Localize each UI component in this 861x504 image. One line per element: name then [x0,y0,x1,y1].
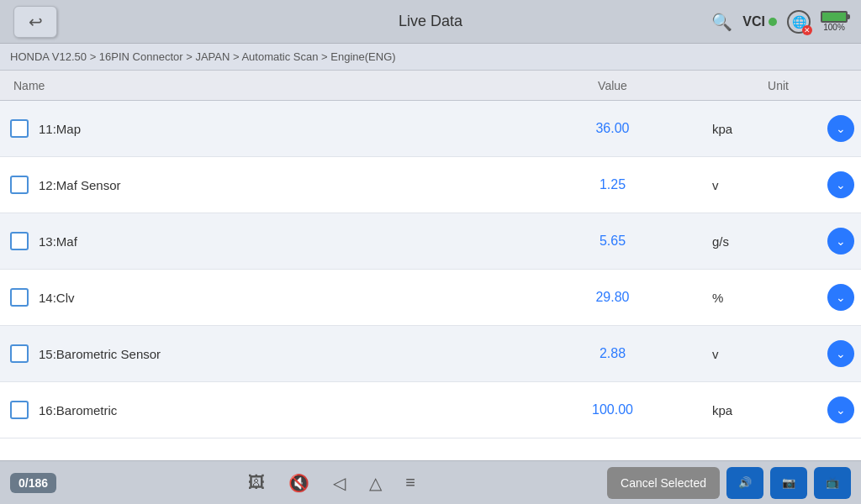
selection-counter: 0/186 [10,473,56,493]
cell-unit-12: v ⌄ [695,171,861,198]
vci-badge: VCI [742,14,777,29]
network-icon: 🌐 ✕ [787,10,811,34]
bottom-nav: 🖼 🔇 ◁ △ ≡ [248,473,415,493]
cell-name-13: 13:Maf [0,232,530,250]
expand-button-12[interactable]: ⌄ [827,171,854,198]
cell-name-12: 12:Maf Sensor [0,176,530,194]
unit-label-13: g/s [712,234,729,249]
volume-icon[interactable]: 🔇 [288,473,309,493]
cancel-selected-button[interactable]: Cancel Selected [607,467,720,499]
home-icon[interactable]: △ [369,473,382,493]
table-row: 15:Barometric Sensor 2.88 v ⌄ [0,326,861,382]
cell-value-11: 36.00 [530,121,695,136]
expand-button-13[interactable]: ⌄ [827,228,854,255]
col-header-unit: Unit [695,71,861,100]
menu-icon[interactable]: ≡ [405,473,415,492]
page-title: Live Data [399,13,462,30]
checkbox-15[interactable] [10,344,29,363]
table-row: 13:Maf 5.65 g/s ⌄ [0,213,861,270]
table-header: Name Value Unit [0,71,861,101]
table-row: 11:Map 36.00 kpa ⌄ [0,101,861,157]
header-right: 🔍 VCI 🌐 ✕ 100% [711,10,848,34]
cell-unit-13: g/s ⌄ [695,228,861,255]
cell-value-16: 100.00 [530,402,695,417]
col-header-name: Name [0,71,530,100]
live-data-table: Name Value Unit 11:Map 36.00 kpa ⌄ 12:Ma… [0,71,861,464]
header-left: ↩ [13,6,57,38]
back-button[interactable]: ↩ [13,6,57,38]
checkbox-13[interactable] [10,232,29,250]
unit-label-12: v [712,178,719,192]
cell-name-16: 16:Barometric [0,401,530,419]
header: ↩ Live Data 🔍 VCI 🌐 ✕ 100% [0,0,861,44]
table-row: 14:Clv 29.80 % ⌄ [0,270,861,326]
battery-indicator: 100% [821,11,848,32]
bottom-right-actions: Cancel Selected 🔊 📷 📺 [607,467,851,499]
cell-unit-16: kpa ⌄ [695,396,861,423]
back-arrow-icon: ↩ [29,12,43,32]
breadcrumb-text: HONDA V12.50 > 16PIN Connector > JAPAN >… [10,50,396,63]
screen-action-icon: 📺 [826,476,839,489]
cell-name-14: 14:Clv [0,288,530,307]
cell-unit-14: % ⌄ [695,284,861,311]
gallery-icon[interactable]: 🖼 [248,473,265,492]
search-icon[interactable]: 🔍 [711,12,732,32]
cell-name-11: 11:Map [0,119,530,138]
volume-action-icon: 🔊 [738,476,752,489]
expand-button-16[interactable]: ⌄ [827,396,854,423]
row-label-11: 11:Map [39,122,81,136]
unit-label-11: kpa [712,122,732,136]
cell-unit-11: kpa ⌄ [695,115,861,142]
battery-bar [821,11,848,23]
network-error-icon: ✕ [802,25,812,35]
cell-value-14: 29.80 [530,290,695,305]
checkbox-12[interactable] [10,176,29,194]
screen-action-button[interactable]: 📺 [814,467,851,499]
breadcrumb: HONDA V12.50 > 16PIN Connector > JAPAN >… [0,44,861,71]
volume-action-button[interactable]: 🔊 [726,467,763,499]
checkbox-14[interactable] [10,288,29,307]
col-header-value: Value [530,71,695,100]
expand-button-15[interactable]: ⌄ [827,340,854,367]
expand-button-14[interactable]: ⌄ [827,284,854,311]
table-row: 16:Barometric 100.00 kpa ⌄ [0,382,861,438]
row-label-14: 14:Clv [39,291,75,305]
cell-value-12: 1.25 [530,177,695,192]
cell-name-15: 15:Barometric Sensor [0,344,530,363]
back-nav-icon[interactable]: ◁ [333,473,346,493]
cell-value-15: 2.88 [530,346,695,361]
unit-label-15: v [712,347,719,361]
row-label-16: 16:Barometric [39,403,117,417]
checkbox-16[interactable] [10,401,29,419]
row-label-15: 15:Barometric Sensor [39,347,161,361]
vci-label: VCI [742,14,765,29]
row-label-13: 13:Maf [39,234,77,249]
unit-label-14: % [712,291,723,305]
cell-value-13: 5.65 [530,234,695,249]
expand-button-11[interactable]: ⌄ [827,115,854,142]
vci-status-dot [769,18,777,26]
checkbox-11[interactable] [10,119,29,138]
battery-percent: 100% [823,23,845,32]
table-row: 12:Maf Sensor 1.25 v ⌄ [0,157,861,213]
camera-action-icon: 📷 [782,476,795,489]
camera-action-button[interactable]: 📷 [770,467,807,499]
row-label-12: 12:Maf Sensor [39,178,121,192]
unit-label-16: kpa [712,403,732,417]
bottom-bar: 0/186 🖼 🔇 ◁ △ ≡ Cancel Selected 🔊 📷 📺 [0,460,861,504]
cell-unit-15: v ⌄ [695,340,861,367]
table-body: 11:Map 36.00 kpa ⌄ 12:Maf Sensor 1.25 v … [0,101,861,438]
